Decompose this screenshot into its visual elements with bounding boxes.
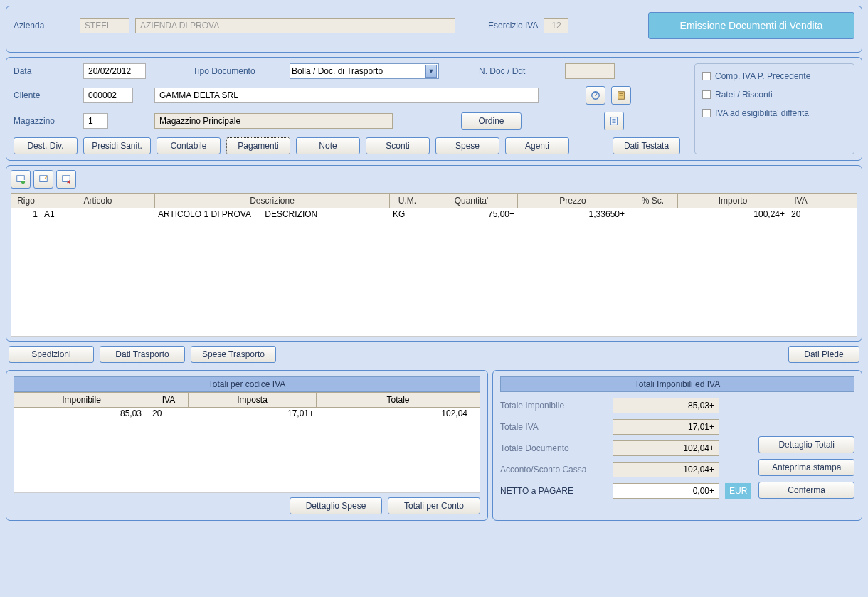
magazzino-label: Magazzino — [14, 116, 78, 126]
header-panel: Azienda STEFI AZIENDA DI PROVA Esercizio… — [6, 6, 862, 53]
tipo-doc-select[interactable]: Bolla / Doc. di Trasporto ▼ — [290, 63, 439, 79]
iva-section-title: Totali per codice IVA — [14, 376, 480, 392]
totali-conto-button[interactable]: Totali per Conto — [388, 497, 480, 514]
dati-trasporto-button[interactable]: Dati Trasporto — [100, 346, 185, 363]
tipo-doc-label: Tipo Documento — [193, 66, 271, 76]
eur-badge: EUR — [725, 483, 751, 499]
grid-panel: + Rigo Articolo Descrizione U.M. Quantit… — [6, 165, 862, 342]
col-articolo: Articolo — [41, 194, 155, 208]
tipo-doc-value: Bolla / Doc. di Trasporto — [292, 66, 383, 76]
iva-grid-body: 85,03+ 20 17,01+ 102,04+ — [14, 408, 480, 493]
cliente-label: Cliente — [14, 90, 78, 100]
esercizio-label: Esercizio IVA — [488, 21, 538, 31]
data-input[interactable]: 20/02/2012 — [83, 63, 146, 79]
ndoc-input[interactable] — [565, 63, 615, 79]
edit-icon — [38, 174, 48, 184]
svg-text:+: + — [21, 176, 25, 184]
esercizio-value: 12 — [544, 18, 568, 33]
page-title: Emissione Documenti di Vendita — [648, 12, 854, 39]
iva-row: 85,03+ 20 17,01+ 102,04+ — [14, 408, 480, 421]
totale-documento-label: Totale Documento — [500, 443, 607, 453]
ndoc-label: N. Doc / Ddt — [479, 66, 525, 76]
form-panel: Data 20/02/2012 Tipo Documento Bolla / D… — [6, 57, 862, 161]
dest-div-button[interactable]: Dest. Div. — [14, 137, 78, 154]
checkbox-comp-iva[interactable]: Comp. IVA P. Precedente — [702, 71, 847, 81]
totale-imponibile-label: Totale Imponibile — [500, 401, 607, 411]
contabile-button[interactable]: Contabile — [157, 137, 221, 154]
netto-label: NETTO a PAGARE — [500, 486, 607, 496]
totale-documento-value: 102,04+ — [613, 440, 719, 456]
spese-trasporto-button[interactable]: Spese Trasporto — [191, 346, 276, 363]
checkbox-iva-differita[interactable]: IVA ad esigibilita' differita — [702, 108, 847, 118]
col-importo: Importo — [678, 194, 788, 208]
dettaglio-spese-button[interactable]: Dettaglio Spese — [290, 497, 382, 514]
azienda-label: Azienda — [14, 21, 74, 31]
checkbox-ratei[interactable]: Ratei / Risconti — [702, 90, 847, 100]
totale-imponibile-value: 85,03+ — [613, 398, 719, 413]
presidi-button[interactable]: Presidi Sanit. — [83, 137, 151, 154]
acconto-label: Acconto/Sconto Cassa — [500, 465, 607, 475]
document-button[interactable] — [604, 112, 624, 130]
note-button[interactable]: Note — [296, 137, 360, 154]
col-rigo: Rigo — [11, 194, 41, 208]
iva-grid-header: Imponibile IVA Imposta Totale — [14, 392, 480, 408]
checkbox-icon — [702, 90, 711, 99]
info-button[interactable]: ? — [586, 86, 605, 105]
svg-rect-12 — [40, 176, 48, 182]
col-um: U.M. — [390, 194, 425, 208]
book-button[interactable] — [611, 86, 631, 105]
grid-header: Rigo Articolo Descrizione U.M. Quantita'… — [11, 193, 857, 208]
col-sconto: % Sc. — [628, 194, 678, 208]
add-icon: + — [16, 174, 26, 184]
col-descrizione: Descrizione — [155, 194, 390, 208]
dati-testata-button[interactable]: Dati Testata — [613, 137, 680, 154]
spedizioni-button[interactable]: Spedizioni — [9, 346, 94, 363]
acconto-value: 102,04+ — [613, 462, 719, 477]
delete-row-button[interactable] — [56, 170, 76, 189]
chevron-down-icon: ▼ — [425, 65, 437, 78]
dettaglio-totali-button[interactable]: Dettaglio Totali — [758, 436, 854, 453]
totale-iva-value: 17,01+ — [613, 419, 719, 435]
spese-button[interactable]: Spese — [435, 137, 499, 154]
pagamenti-button[interactable]: Pagamenti — [226, 137, 290, 154]
delete-icon — [61, 174, 71, 184]
data-label: Data — [14, 66, 78, 76]
col-iva: IVA — [788, 194, 813, 208]
cliente-name-input[interactable]: GAMMA DELTA SRL — [154, 88, 539, 103]
table-row[interactable]: 1 A1 ARTICOLO 1 DI PROVA DESCRIZION KG 7… — [11, 208, 857, 221]
totale-iva-label: Totale IVA — [500, 422, 607, 432]
svg-text:?: ? — [593, 90, 598, 99]
checkbox-icon — [702, 109, 711, 117]
agenti-button[interactable]: Agenti — [505, 137, 569, 154]
conferma-button[interactable]: Conferma — [758, 482, 854, 499]
checkbox-icon — [702, 72, 711, 80]
netto-value: 0,00+ — [613, 483, 719, 499]
info-icon: ? — [591, 90, 600, 100]
book-icon — [616, 90, 626, 100]
document-icon — [609, 116, 619, 126]
azienda-name-field: AZIENDA DI PROVA — [135, 18, 455, 33]
ordine-button[interactable]: Ordine — [461, 112, 522, 130]
anteprima-stampa-button[interactable]: Anteprima stampa — [758, 459, 854, 476]
azienda-code-field: STEFI — [80, 18, 129, 33]
magazzino-code-input[interactable]: 1 — [83, 113, 108, 129]
col-quantita: Quantita' — [425, 194, 518, 208]
checkbox-panel: Comp. IVA P. Precedente Ratei / Risconti… — [694, 63, 854, 154]
magazzino-name-field: Magazzino Principale — [154, 113, 393, 129]
totals-section-title: Totali Imponibili ed IVA — [500, 376, 854, 392]
col-prezzo: Prezzo — [518, 194, 628, 208]
totals-panel: Totali Imponibili ed IVA Totale Imponibi… — [492, 370, 862, 521]
iva-totals-panel: Totali per codice IVA Imponibile IVA Imp… — [6, 370, 488, 521]
cliente-code-input[interactable]: 000002 — [83, 88, 133, 103]
dati-piede-button[interactable]: Dati Piede — [788, 346, 859, 363]
edit-row-button[interactable] — [33, 170, 53, 189]
add-row-button[interactable]: + — [11, 170, 31, 189]
sconti-button[interactable]: Sconti — [366, 137, 430, 154]
grid-body[interactable]: 1 A1 ARTICOLO 1 DI PROVA DESCRIZION KG 7… — [11, 208, 857, 337]
